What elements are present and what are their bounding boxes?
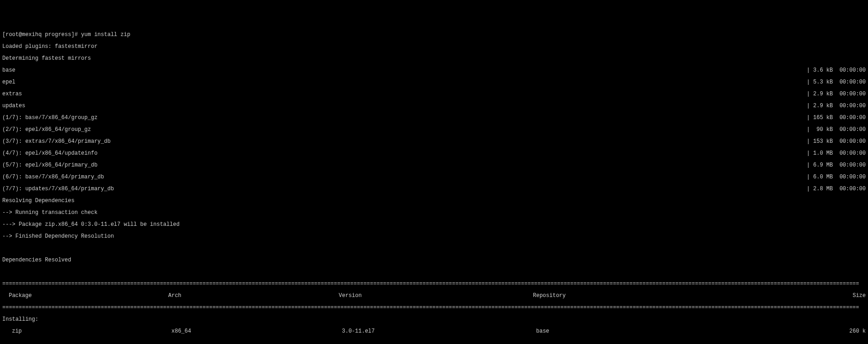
column-repository: Repository — [533, 293, 700, 299]
download-line: (1/7): base/7/x86_64/group_gz| 165 kB 00… — [2, 115, 866, 121]
repo-line: base| 3.6 kB 00:00:00 — [2, 68, 866, 73]
shell-prompt-line[interactable]: [root@mexihq progress]# yum install zip — [2, 32, 866, 38]
download-size: | 2.8 MB 00:00:00 — [806, 186, 866, 192]
repo-name: extras — [2, 91, 22, 97]
column-arch: Arch — [168, 293, 339, 299]
download-line: (4/7): epel/x86_64/updateinfo| 1.0 MB 00… — [2, 151, 866, 156]
download-name: (3/7): extras/7/x86_64/primary_db — [2, 139, 111, 145]
download-size: | 6.9 MB 00:00:00 — [806, 162, 866, 168]
download-size: | 153 kB 00:00:00 — [806, 139, 866, 145]
download-name: (6/7): base/7/x86_64/primary_db — [2, 174, 104, 180]
download-line: (6/7): base/7/x86_64/primary_db| 6.0 MB … — [2, 174, 866, 180]
download-line: (7/7): updates/7/x86_64/primary_db| 2.8 … — [2, 186, 866, 192]
repo-size: | 5.3 kB 00:00:00 — [806, 79, 866, 85]
repo-name: updates — [2, 103, 25, 109]
repo-size: | 2.9 kB 00:00:00 — [806, 103, 866, 109]
column-version: Version — [339, 293, 533, 299]
divider-line: ========================================… — [2, 305, 866, 311]
download-name: (5/7): epel/x86_64/primary_db — [2, 162, 98, 168]
download-line: (3/7): extras/7/x86_64/primary_db| 153 k… — [2, 139, 866, 145]
download-size: | 165 kB 00:00:00 — [806, 115, 866, 121]
cell-arch: x86_64 — [171, 328, 342, 334]
cell-repository: base — [536, 328, 703, 334]
download-size: | 1.0 MB 00:00:00 — [806, 151, 866, 156]
cell-package: zip — [2, 328, 171, 334]
finished-resolution-line: --> Finished Dependency Resolution — [2, 234, 866, 240]
download-name: (7/7): updates/7/x86_64/primary_db — [2, 186, 114, 192]
table-header: Package Arch Version Repository Size — [2, 293, 866, 299]
repo-size: | 2.9 kB 00:00:00 — [806, 91, 866, 97]
download-name: (2/7): epel/x86_64/group_gz — [2, 127, 91, 133]
repo-line: updates| 2.9 kB 00:00:00 — [2, 103, 866, 109]
repo-line: epel| 5.3 kB 00:00:00 — [2, 79, 866, 85]
column-package: Package — [2, 293, 168, 299]
resolving-line: Resolving Dependencies — [2, 198, 866, 204]
cell-size: 260 k — [703, 328, 866, 334]
download-line: (5/7): epel/x86_64/primary_db| 6.9 MB 00… — [2, 162, 866, 168]
repo-size: | 3.6 kB 00:00:00 — [806, 68, 866, 73]
package-install-line: ---> Package zip.x86_64 0:3.0-11.el7 wil… — [2, 222, 866, 228]
repo-name: epel — [2, 79, 16, 85]
installing-header: Installing: — [2, 317, 866, 323]
terminal-output: [root@mexihq progress]# yum install zip … — [2, 26, 866, 344]
cell-version: 3.0-11.el7 — [342, 328, 536, 334]
download-name: (1/7): base/7/x86_64/group_gz — [2, 115, 98, 121]
download-name: (4/7): epel/x86_64/updateinfo — [2, 151, 98, 156]
dependencies-resolved-line: Dependencies Resolved — [2, 257, 866, 263]
divider-line: ========================================… — [2, 281, 866, 287]
column-size: Size — [700, 293, 866, 299]
blank-line — [2, 245, 866, 251]
download-size: | 6.0 MB 00:00:00 — [806, 174, 866, 180]
download-line: (2/7): epel/x86_64/group_gz| 90 kB 00:00… — [2, 127, 866, 133]
repo-line: extras| 2.9 kB 00:00:00 — [2, 91, 866, 97]
plugins-line: Loaded plugins: fastestmirror — [2, 44, 866, 50]
mirrors-line: Determining fastest mirrors — [2, 56, 866, 62]
blank-line — [2, 269, 866, 275]
download-size: | 90 kB 00:00:00 — [806, 127, 866, 133]
transaction-check-line: --> Running transaction check — [2, 210, 866, 216]
repo-name: base — [2, 68, 16, 73]
table-row: zip x86_64 3.0-11.el7 base 260 k — [2, 328, 866, 334]
blank-line — [2, 340, 866, 344]
